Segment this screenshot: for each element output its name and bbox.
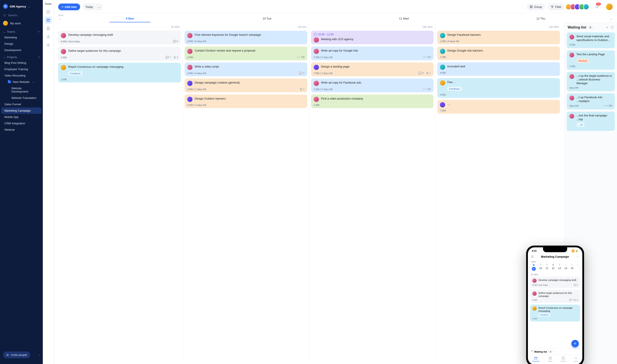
my-work-link[interactable]: My work bbox=[0, 19, 43, 28]
waiting-card[interactable]: ...t up Facebook Ads ...mpaignsdays left… bbox=[567, 93, 615, 109]
task-title: Write a video script bbox=[195, 65, 305, 69]
sidebar-item-website-dev[interactable]: Website Development bbox=[1, 85, 41, 95]
task-card[interactable]: Find relevant keywords for Google Search… bbox=[185, 31, 307, 44]
rail-notes[interactable] bbox=[44, 25, 52, 32]
waiting-card[interactable]: ...t up the target audience in ...cebook… bbox=[567, 72, 615, 91]
day-tab-mon[interactable]: 9 Mon bbox=[61, 15, 198, 22]
task-card[interactable]: Design Facebook banners1:30h | 4 days le… bbox=[437, 31, 560, 44]
task-card[interactable]: truncated task4:00h bbox=[437, 62, 560, 76]
task-card[interactable]: Define target audiences for this campaig… bbox=[58, 47, 181, 61]
group-button[interactable]: Group bbox=[527, 3, 545, 10]
phone-task-card[interactable]: Develop campaign messaging draft0:45h | … bbox=[530, 277, 580, 288]
chevron-up-icon: ⌃ bbox=[531, 350, 533, 353]
teams-section-header[interactable]: ⌄Teams + bbox=[0, 28, 43, 34]
phone-tab-schedule[interactable]: Schedule bbox=[532, 356, 539, 362]
rail-tasks[interactable] bbox=[44, 8, 52, 15]
phone-day[interactable]: T10 bbox=[539, 264, 542, 271]
phone-day[interactable]: S bbox=[577, 264, 579, 271]
workspace-switcher[interactable]: G GIM Agency ⌄ bbox=[0, 3, 43, 12]
sidebar-item-mobile-app[interactable]: Mobile App bbox=[1, 114, 41, 120]
add-new-label: Add new bbox=[65, 5, 77, 9]
today-button[interactable]: Today bbox=[83, 3, 96, 10]
search-icon[interactable] bbox=[610, 26, 614, 29]
notifications-button[interactable]: 12 bbox=[592, 3, 602, 11]
invite-people-button[interactable]: Invite people bbox=[3, 351, 30, 358]
sidebar-item-blog[interactable]: Blog Post Writing bbox=[1, 60, 41, 66]
tab-label: Tasks bbox=[548, 360, 552, 362]
task-card[interactable]: Find a video production company1:30h bbox=[311, 94, 434, 108]
phone-next-week[interactable]: › bbox=[580, 266, 581, 269]
rail-people[interactable] bbox=[44, 33, 52, 40]
task-card[interactable]: Contact Ourdoor vendor and request a pro… bbox=[185, 47, 307, 60]
add-waiting-button[interactable]: + bbox=[606, 26, 608, 29]
phone-waiting-toggle[interactable]: ⌃ Waiting list 5 bbox=[528, 348, 582, 355]
phone-tab-more[interactable]: More bbox=[574, 356, 578, 362]
sidebar-item-crm[interactable]: CRM Integration bbox=[1, 120, 41, 127]
sidebar-item-website-trans[interactable]: Website Translation bbox=[1, 95, 41, 101]
waiting-card[interactable]: Test the Landing Pageblocked1:30h bbox=[567, 51, 615, 70]
phone-task-card[interactable]: Define target audiences for this campaig… bbox=[530, 290, 580, 303]
task-card[interactable]: Design Google Ads banners1:30h bbox=[437, 47, 560, 60]
rail-settings[interactable] bbox=[44, 41, 52, 49]
task-card[interactable]: Write ad copy for Facebook ads2:30h | 6 … bbox=[311, 78, 434, 92]
rail-calendar[interactable]: 31 bbox=[44, 16, 52, 24]
task-card[interactable]: Reach Consensus on campaign messagingFee… bbox=[58, 63, 181, 82]
add-new-button[interactable]: +Add new bbox=[58, 3, 80, 10]
phone-task-card[interactable]: Reach Consensus on campaign messagingFee… bbox=[530, 305, 580, 322]
sidebar-item-marketing-campaign[interactable]: Marketing Campaign bbox=[1, 107, 41, 114]
sidebar-item-design[interactable]: Design bbox=[1, 40, 41, 47]
phone-menu-button[interactable]: ☰ bbox=[531, 255, 534, 258]
day-tab-thu[interactable]: 12 Thu bbox=[472, 15, 609, 22]
phone-day[interactable]: T13 bbox=[558, 264, 561, 271]
phone-tab-notes[interactable]: Notes bbox=[561, 356, 566, 362]
profile-avatar[interactable] bbox=[606, 3, 613, 10]
sidebar-item-employee-training[interactable]: Employee Training bbox=[1, 66, 41, 72]
column-sum: 14h 30m bbox=[311, 24, 434, 31]
checklist-count: ✓✓ 0/8 bbox=[297, 56, 304, 59]
avatar bbox=[61, 49, 66, 54]
prev-week-button[interactable]: ‹ bbox=[58, 16, 61, 22]
phone-cards: Develop campaign messaging draft0:45h | … bbox=[528, 277, 582, 348]
search-placeholder: Search... bbox=[8, 13, 19, 17]
phone-more-button[interactable]: ⋯ bbox=[576, 255, 579, 258]
sidebar-item-webinar[interactable]: Webinar bbox=[1, 127, 41, 133]
phone-day[interactable]: S15 bbox=[571, 264, 573, 271]
sidebar-item-new-website[interactable]: New Website ⌄ bbox=[1, 79, 41, 85]
sidebar-item-development[interactable]: Development bbox=[1, 47, 41, 53]
day-tab-wed[interactable]: 11 Wed bbox=[335, 15, 472, 22]
task-card[interactable]: Design a landing page7:00h | 3 days left… bbox=[311, 63, 434, 76]
day-tab-tue[interactable]: 10 Tue bbox=[198, 15, 335, 22]
add-team-button[interactable]: + bbox=[38, 30, 40, 33]
sidebar-item-sales-funnel[interactable]: Sales Funnel bbox=[1, 101, 41, 107]
task-card[interactable]: Design Outdoor banners2:00h | 3 days lef… bbox=[185, 94, 307, 108]
task-card[interactable]: Write a video script2:00h | 4 days left💬… bbox=[185, 63, 307, 76]
sidebar-item-video-recording[interactable]: Video Recording bbox=[1, 72, 41, 79]
today-dropdown[interactable]: ⌄ bbox=[96, 3, 103, 10]
phone-tab-tasks[interactable]: Tasks bbox=[548, 356, 552, 362]
task-card[interactable]: Write ad copy for Google Ads2:30h | 6 da… bbox=[311, 47, 434, 60]
next-week-button[interactable]: › bbox=[609, 16, 613, 22]
search-input[interactable]: Search... bbox=[0, 12, 43, 19]
task-card[interactable]: Fee…Feedback0:45h bbox=[437, 78, 560, 98]
phone-day[interactable]: M9 bbox=[532, 264, 536, 271]
phone-day[interactable]: F14 bbox=[564, 264, 567, 271]
task-card[interactable]: …7:00h bbox=[437, 100, 560, 114]
task-time: 1:00h bbox=[61, 78, 67, 81]
waiting-card[interactable]: ...eck the final campaign ...tup...nt bbox=[567, 112, 615, 131]
task-time: 2:00h | 4 days left bbox=[187, 72, 206, 75]
sidebar-item-marketing[interactable]: Marketing bbox=[1, 34, 41, 40]
filter-button[interactable]: Filter bbox=[548, 3, 564, 10]
projects-section-header[interactable]: ⌄Projects + bbox=[0, 53, 43, 60]
team-avatars[interactable] bbox=[567, 4, 589, 10]
add-project-button[interactable]: + bbox=[38, 55, 40, 59]
task-card[interactable]: Design campaign creative (general)3:00h … bbox=[185, 78, 307, 92]
avatar bbox=[532, 278, 537, 283]
task-card[interactable]: Develop campaign messaging draft0:45h | … bbox=[58, 31, 181, 44]
phone-day[interactable]: W12 bbox=[552, 264, 554, 271]
avatar bbox=[569, 53, 574, 57]
waiting-card[interactable]: Send visual materials and specifications… bbox=[567, 32, 615, 48]
task-card[interactable]: 10:00 - 11:00Meeting with JCD agency bbox=[311, 31, 434, 44]
phone-day[interactable]: T11 bbox=[546, 264, 548, 271]
phone-fab-add[interactable]: + bbox=[571, 340, 579, 347]
collapse-sidebar-button[interactable]: › bbox=[39, 353, 40, 357]
